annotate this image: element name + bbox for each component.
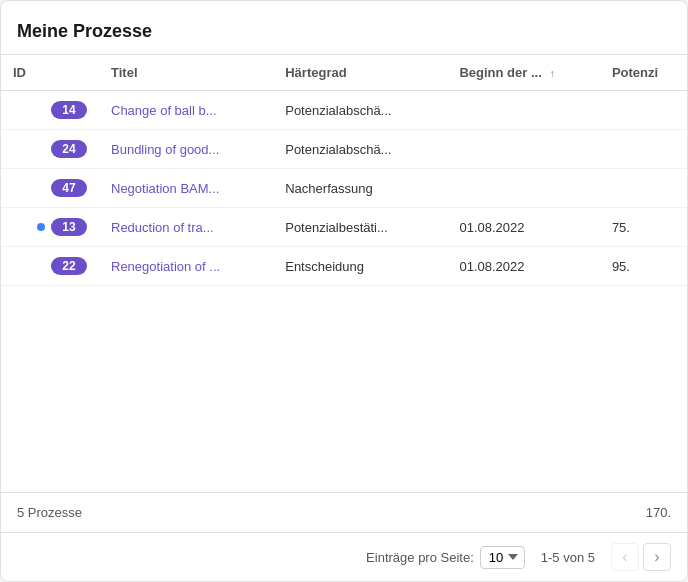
titel-link[interactable]: Change of ball b...	[111, 103, 217, 118]
col-beginn[interactable]: Beginn der ... ↑	[447, 55, 599, 91]
cell-beginn	[447, 91, 599, 130]
table-body: 14Change of ball b...Potenzialabschä...2…	[1, 91, 687, 286]
id-badge: 47	[51, 179, 87, 197]
table-wrapper: ID Titel Härtegrad Beginn der ... ↑ Pote…	[1, 55, 687, 389]
id-cell-wrapper: 24	[13, 140, 87, 158]
cell-haertegrad: Entscheidung	[273, 247, 447, 286]
titel-link[interactable]: Bundling of good...	[111, 142, 219, 157]
per-page-label: Einträge pro Seite:	[366, 550, 474, 565]
col-titel: Titel	[99, 55, 273, 91]
cell-potenz	[600, 91, 687, 130]
id-cell-wrapper: 47	[13, 179, 87, 197]
table-row: 24Bundling of good...Potenzialabschä...	[1, 130, 687, 169]
cell-potenz: 95.	[600, 247, 687, 286]
id-badge: 13	[51, 218, 87, 236]
footer-summary: 5 Prozesse 170.	[1, 492, 687, 532]
id-cell-wrapper: 22	[13, 257, 87, 275]
per-page-select: Einträge pro Seite: 5 10 25 50	[366, 546, 525, 569]
cell-potenz: 75.	[600, 208, 687, 247]
cell-id: 22	[1, 247, 99, 286]
footer-pagination: Einträge pro Seite: 5 10 25 50 1-5 von 5…	[1, 532, 687, 581]
cell-id: 14	[1, 91, 99, 130]
table-header-row: ID Titel Härtegrad Beginn der ... ↑ Pote…	[1, 55, 687, 91]
cell-haertegrad: Potenzialabschä...	[273, 91, 447, 130]
per-page-dropdown[interactable]: 5 10 25 50	[480, 546, 525, 569]
cell-beginn: 01.08.2022	[447, 208, 599, 247]
cell-potenz	[600, 169, 687, 208]
cell-titel: Reduction of tra...	[99, 208, 273, 247]
cell-haertegrad: Potenzialbestäti...	[273, 208, 447, 247]
notification-dot	[37, 223, 45, 231]
cell-id: 47	[1, 169, 99, 208]
id-badge: 22	[51, 257, 87, 275]
col-haertegrad: Härtegrad	[273, 55, 447, 91]
page-header: Meine Prozesse	[1, 1, 687, 55]
page-navigation: ‹ ›	[611, 543, 671, 571]
next-page-button[interactable]: ›	[643, 543, 671, 571]
summary-count: 5 Prozesse	[17, 505, 82, 520]
titel-link[interactable]: Reduction of tra...	[111, 220, 214, 235]
id-cell-wrapper: 14	[13, 101, 87, 119]
table-row: 13Reduction of tra...Potenzialbestäti...…	[1, 208, 687, 247]
cell-titel: Negotiation BAM...	[99, 169, 273, 208]
col-potenz: Potenzi	[600, 55, 687, 91]
cell-id: 13	[1, 208, 99, 247]
col-id: ID	[1, 55, 99, 91]
id-badge: 24	[51, 140, 87, 158]
cell-beginn	[447, 130, 599, 169]
cell-potenz	[600, 130, 687, 169]
processes-table: ID Titel Härtegrad Beginn der ... ↑ Pote…	[1, 55, 687, 286]
table-row: 14Change of ball b...Potenzialabschä...	[1, 91, 687, 130]
id-cell-wrapper: 13	[13, 218, 87, 236]
titel-link[interactable]: Renegotiation of ...	[111, 259, 220, 274]
main-container: Meine Prozesse ID Titel Härtegrad Beginn…	[0, 0, 688, 582]
cell-beginn: 01.08.2022	[447, 247, 599, 286]
page-info: 1-5 von 5	[541, 550, 595, 565]
sort-asc-icon: ↑	[549, 67, 555, 79]
table-row: 22Renegotiation of ...Entscheidung01.08.…	[1, 247, 687, 286]
prev-page-button[interactable]: ‹	[611, 543, 639, 571]
table-row: 47Negotiation BAM...Nacherfassung	[1, 169, 687, 208]
titel-link[interactable]: Negotiation BAM...	[111, 181, 219, 196]
cell-titel: Bundling of good...	[99, 130, 273, 169]
cell-haertegrad: Potenzialabschä...	[273, 130, 447, 169]
id-badge: 14	[51, 101, 87, 119]
cell-titel: Renegotiation of ...	[99, 247, 273, 286]
spacer	[1, 389, 687, 492]
cell-titel: Change of ball b...	[99, 91, 273, 130]
cell-haertegrad: Nacherfassung	[273, 169, 447, 208]
page-title: Meine Prozesse	[17, 21, 152, 41]
summary-value: 170.	[646, 505, 671, 520]
cell-id: 24	[1, 130, 99, 169]
cell-beginn	[447, 169, 599, 208]
